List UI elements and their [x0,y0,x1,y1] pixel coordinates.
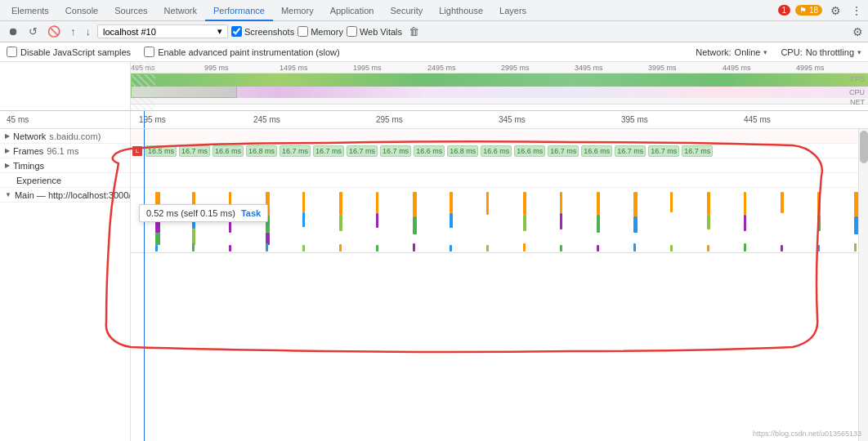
sidebar-experience-row[interactable]: Experience [0,173,130,188]
tab-console[interactable]: Console [57,0,106,21]
task-bar-25 [560,213,562,229]
task-bar-29 [633,216,638,233]
time-label-5: 2995 ms [501,64,530,72]
network-timeline-row [131,129,858,144]
enable-paint-checkbox[interactable] [144,47,154,57]
cpu-selector[interactable]: CPU: No throttling ▾ [781,47,861,57]
tab-performance[interactable]: Performance [205,0,273,21]
screenshots-checkbox[interactable] [231,26,242,37]
left-sidebar: ▶ Network s.baidu.com) ▶ Frames 96.1 ms … [0,129,131,441]
gear-icon[interactable]: ⚙ [852,25,863,38]
web-vitals-checkbox[interactable] [347,26,357,37]
frame-chip-5: 16.7 ms [313,145,344,157]
timeline-content[interactable]: L 16.5 ms 16.7 ms 16.6 ms 16.8 ms 16.7 m… [131,129,858,441]
task-bar-31 [707,192,710,215]
task-bar-12 [302,212,305,227]
extra-bar-17 [781,245,783,252]
enable-paint-option: Enable advanced paint instrumentation (s… [144,47,340,57]
selection-highlight [131,74,237,98]
web-vitals-checkbox-group: Web Vitals [347,26,402,37]
scrollbar-thumb[interactable] [860,131,868,163]
cpu-dropdown-arrow: ▾ [857,48,861,56]
task-bar-2 [155,233,160,245]
more-options-icon[interactable]: ⋮ [848,2,865,19]
settings-icon[interactable]: ⚙ [827,2,843,19]
time-label-2: 1495 ms [280,64,308,72]
frame-chip-16: 16.7 ms [682,145,713,157]
time-label-7: 3995 ms [648,64,677,72]
tab-layers[interactable]: Layers [491,0,535,21]
refresh-record-button[interactable]: ↺ [25,24,41,39]
sidebar-timings-row[interactable]: ▶ Timings [0,158,130,173]
network-selector[interactable]: Network: Online ▾ [696,47,767,57]
sidebar-main-row[interactable]: ▼ Main — http://localhost:3000/ [0,188,130,203]
task-bar-17 [413,192,417,216]
frames-row-value: 96.1 ms [47,146,78,156]
time-label-4: 2495 ms [427,64,456,72]
extra-bar-5 [339,244,342,252]
tab-memory[interactable]: Memory [273,0,322,21]
error-badge: 1 [778,5,791,16]
frame-chip-6: 16.7 ms [347,145,378,157]
task-bar-32 [707,215,710,229]
timeline-left-gutter [0,62,131,110]
main-row-label: Main — http://localhost:3000/ [15,190,131,200]
upload-button[interactable]: ↑ [67,24,79,39]
watermark: https://blog.csdn.net/u013565133 [753,430,861,438]
disable-js-checkbox[interactable] [7,47,17,57]
sidebar-frames-row[interactable]: ▶ Frames 96.1 ms [0,144,130,158]
screenshots-checkbox-group: Screenshots [231,26,294,37]
timeline-right[interactable]: 495 ms 995 ms 1495 ms 1995 ms 2495 ms 29… [131,62,868,110]
memory-checkbox[interactable] [298,26,308,37]
frame-chip-8: 16.6 ms [414,145,445,157]
tab-lighthouse[interactable]: Lighthouse [431,0,491,21]
main-thread-row[interactable]: 0.52 ms (self 0.15 ms) Task [131,188,858,253]
task-bar-27 [597,215,600,233]
sidebar-empty-1 [0,203,130,268]
start-time-label: 45 ms [7,115,29,124]
task-bar-19 [450,192,453,213]
extra-bar-0 [155,245,158,252]
sidebar-network-row[interactable]: ▶ Network s.baidu.com) [0,129,130,144]
memory-checkbox-group: Memory [298,26,343,37]
task-bar-28 [633,192,638,216]
cpu-label: CPU: [781,47,802,57]
tab-security[interactable]: Security [382,0,431,21]
time-ruler: 495 ms 995 ms 1495 ms 1995 ms 2495 ms 29… [131,62,868,74]
tab-icons-area: 1 ⚑ 18 ⚙ ⋮ [778,2,865,19]
extra-bar-2 [229,245,231,252]
fps-band-label: FPS [850,75,865,83]
task-bar-21 [486,192,489,215]
tab-network[interactable]: Network [156,0,205,21]
extra-bar-3 [266,243,268,252]
net-band-label: NET [850,98,865,106]
vertical-scrollbar[interactable] [858,129,868,441]
frame-chip-1: 16.7 ms [179,145,210,157]
task-bar-26 [597,192,600,215]
tooltip-text: 0.52 ms (self 0.15 ms) [146,208,235,218]
enable-paint-label: Enable advanced paint instrumentation (s… [158,47,340,57]
time-marker-245: 245 ms [253,115,280,124]
extra-bar-1 [192,243,195,252]
trash-button[interactable]: 🗑 [405,24,423,39]
timeline-overview[interactable]: 495 ms 995 ms 1495 ms 1995 ms 2495 ms 29… [0,62,868,111]
task-bar-23 [523,215,526,231]
disable-js-option: Disable JavaScript samples [7,47,131,57]
net-band: NET [131,98,868,105]
frame-chip-11: 16.6 ms [514,145,545,157]
network-row-value: s.baidu.com) [49,131,101,141]
time-marker-195: 195 ms [139,115,166,124]
tab-elements[interactable]: Elements [3,0,57,21]
tab-application[interactable]: Application [322,0,383,21]
tab-sources[interactable]: Sources [106,0,155,21]
download-button[interactable]: ↓ [83,24,95,39]
time-label-3: 1995 ms [353,64,382,72]
time-marker-345: 345 ms [499,115,526,124]
record-button[interactable]: ⏺ [5,24,22,39]
clear-button[interactable]: 🚫 [44,24,64,39]
network-label: Network: [696,47,731,57]
frame-chip-3: 16.8 ms [246,145,277,157]
main-triangle: ▼ [5,191,11,198]
task-bar-14 [339,215,342,231]
cpu-band: CPU [131,87,868,98]
